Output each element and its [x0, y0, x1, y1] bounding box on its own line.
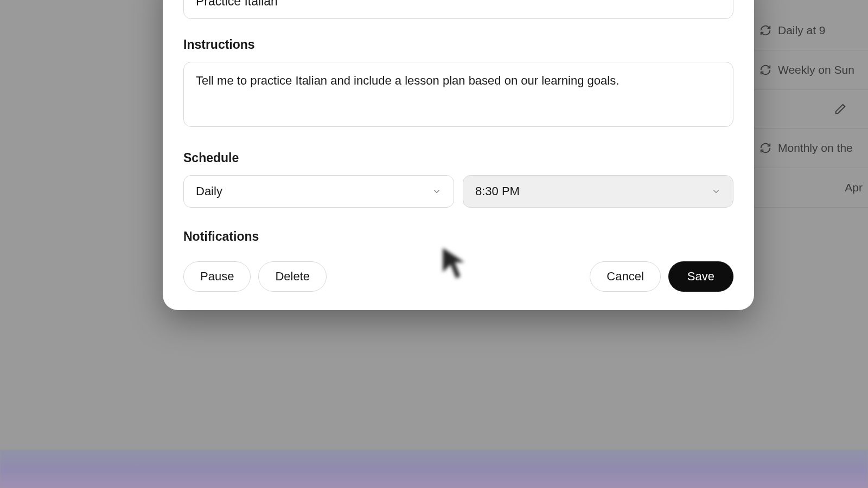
- schedule-label: Schedule: [183, 151, 733, 165]
- time-value: 8:30 PM: [475, 184, 520, 198]
- chevron-down-icon: [711, 187, 721, 196]
- bg-task-label: Apr: [845, 181, 863, 194]
- edit-task-modal: Instructions Tell me to practice Italian…: [163, 0, 754, 310]
- time-select[interactable]: 8:30 PM: [463, 175, 733, 208]
- refresh-icon: [760, 142, 771, 154]
- schedule-row: Daily 8:30 PM: [183, 175, 733, 208]
- pencil-icon: [834, 103, 846, 115]
- refresh-icon: [760, 24, 771, 36]
- task-name-input[interactable]: [183, 0, 733, 19]
- chevron-down-icon: [432, 187, 442, 196]
- modal-button-row: Pause Delete Cancel Save: [183, 261, 733, 292]
- frequency-select[interactable]: Daily: [183, 175, 454, 208]
- instructions-label: Instructions: [183, 37, 733, 52]
- bg-task-label: Weekly on Sun: [778, 63, 854, 76]
- bg-task-monthly: Monthly on the: [754, 129, 868, 168]
- bg-task-label: Daily at 9: [778, 24, 826, 37]
- bg-task-apr: Apr: [754, 168, 868, 208]
- bg-task-edit: [754, 90, 868, 129]
- notifications-label: Notifications: [183, 229, 733, 244]
- right-button-group: Cancel Save: [590, 261, 733, 292]
- bg-task-daily: Daily at 9: [754, 11, 868, 50]
- dock-background: [0, 450, 868, 488]
- save-button[interactable]: Save: [668, 261, 733, 292]
- refresh-icon: [760, 64, 771, 76]
- bg-task-weekly: Weekly on Sun: [754, 50, 868, 90]
- cancel-button[interactable]: Cancel: [590, 261, 660, 292]
- background-task-list: Daily at 9 Weekly on Sun Monthly on the …: [754, 11, 868, 208]
- bg-task-label: Monthly on the: [778, 142, 853, 155]
- left-button-group: Pause Delete: [183, 261, 327, 292]
- pause-button[interactable]: Pause: [183, 261, 251, 292]
- delete-button[interactable]: Delete: [258, 261, 327, 292]
- instructions-textarea[interactable]: Tell me to practice Italian and include …: [183, 62, 733, 127]
- frequency-value: Daily: [196, 184, 222, 198]
